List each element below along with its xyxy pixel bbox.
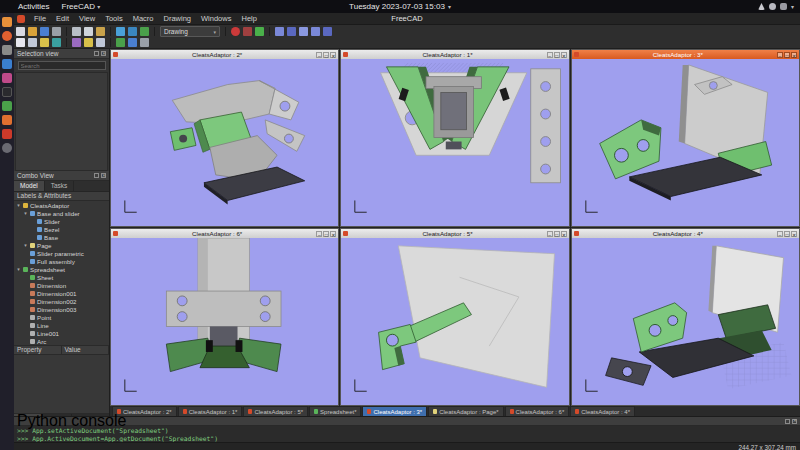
document-tab[interactable]: Spreadsheet*: [309, 406, 361, 416]
restore-icon[interactable]: [554, 231, 560, 237]
minimize-icon[interactable]: [547, 52, 553, 58]
tree-item[interactable]: Line: [14, 321, 109, 329]
save-icon[interactable]: [40, 27, 49, 36]
tree-item[interactable]: Base: [14, 233, 109, 241]
tree-item[interactable]: Sheet: [14, 273, 109, 281]
minimize-icon[interactable]: [316, 52, 322, 58]
expander-icon[interactable]: [23, 210, 28, 216]
drawing-ortho-views-icon[interactable]: [72, 38, 81, 47]
tree-item[interactable]: Dimension: [14, 281, 109, 289]
tree-item[interactable]: Slider: [14, 217, 109, 225]
restore-icon[interactable]: [784, 52, 790, 58]
menu-drawing[interactable]: Drawing: [159, 13, 197, 24]
dock-icon-firefox[interactable]: [2, 31, 12, 41]
3d-viewport[interactable]: [572, 238, 799, 405]
macro-record-icon[interactable]: [231, 27, 240, 36]
close-icon[interactable]: [791, 231, 797, 237]
expander-icon[interactable]: [23, 242, 28, 248]
float-panel-icon[interactable]: [785, 419, 790, 424]
close-panel-icon[interactable]: [101, 51, 106, 56]
tree-item[interactable]: Arc: [14, 337, 109, 345]
dock-icon-libreoffice[interactable]: [2, 59, 12, 69]
property-table[interactable]: [14, 355, 109, 414]
drawing-symbol-icon[interactable]: [84, 38, 93, 47]
restore-icon[interactable]: [323, 52, 329, 58]
document-tab[interactable]: CleatsAdaptor : 4*: [570, 406, 635, 416]
tree-item[interactable]: Full assembly: [14, 257, 109, 265]
3d-viewport[interactable]: [341, 59, 568, 226]
workbench-selector[interactable]: Drawing: [160, 26, 220, 37]
tree-item[interactable]: Spreadsheet: [14, 265, 109, 273]
project-info-icon[interactable]: [140, 38, 149, 47]
3d-viewport[interactable]: [111, 59, 338, 226]
open-file-icon[interactable]: [28, 27, 37, 36]
restore-icon[interactable]: [554, 52, 560, 58]
tree-item[interactable]: Line001: [14, 329, 109, 337]
activities-button[interactable]: Activities: [18, 2, 50, 11]
dock-icon-terminal[interactable]: [2, 87, 12, 97]
close-panel-icon[interactable]: [792, 419, 797, 424]
viewport-titlebar[interactable]: CleatsAdaptor : 3*: [572, 50, 799, 59]
expander-icon[interactable]: [16, 266, 21, 272]
dock-icon-software[interactable]: [2, 73, 12, 83]
selection-search-input[interactable]: [18, 61, 106, 70]
close-icon[interactable]: [561, 52, 567, 58]
fit-all-icon[interactable]: [275, 27, 284, 36]
paste-icon[interactable]: [96, 27, 105, 36]
document-tab-active[interactable]: CleatsAdaptor : 3*: [362, 406, 427, 416]
menu-tools[interactable]: Tools: [100, 13, 128, 24]
document-tab[interactable]: CleatsAdaptor : 1*: [178, 406, 243, 416]
spreadsheet-icon[interactable]: [116, 38, 125, 47]
tree-item[interactable]: Point: [14, 313, 109, 321]
selection-list[interactable]: [15, 72, 108, 171]
minimize-icon[interactable]: [316, 231, 322, 237]
dock-icon-freecad[interactable]: [2, 129, 12, 139]
dock-icon-blender[interactable]: [2, 115, 12, 125]
float-panel-icon[interactable]: [94, 173, 99, 178]
undo-icon[interactable]: [116, 27, 125, 36]
refresh-icon[interactable]: [140, 27, 149, 36]
drawing-draft-view-icon[interactable]: [96, 38, 105, 47]
print-icon[interactable]: [52, 27, 61, 36]
minimize-icon[interactable]: [777, 52, 783, 58]
close-icon[interactable]: [330, 231, 336, 237]
clock-button[interactable]: Tuesday 2023-07-03 15:03▾: [349, 2, 451, 11]
document-tab[interactable]: CleatsAdaptor : 5*: [243, 406, 308, 416]
drawing-new-page-icon[interactable]: [16, 38, 25, 47]
tree-item[interactable]: Dimension001: [14, 289, 109, 297]
close-icon[interactable]: [561, 231, 567, 237]
app-menu-button[interactable]: FreeCAD ▾: [62, 2, 101, 11]
macro-stop-icon[interactable]: [243, 27, 252, 36]
tree-item[interactable]: Slider parametric: [14, 249, 109, 257]
restore-icon[interactable]: [784, 231, 790, 237]
tree-item[interactable]: Bezel: [14, 225, 109, 233]
menu-macro[interactable]: Macro: [128, 13, 159, 24]
viewport-titlebar[interactable]: CleatsAdaptor : 2*: [111, 50, 338, 59]
tree-item[interactable]: Dimension002: [14, 297, 109, 305]
freecad-logo-icon[interactable]: [17, 15, 25, 23]
document-tab[interactable]: CleatsAdaptor : 6*: [505, 406, 570, 416]
redo-icon[interactable]: [128, 27, 137, 36]
dock-icon-gimp[interactable]: [2, 45, 12, 55]
3d-viewport[interactable]: [341, 238, 568, 405]
new-file-icon[interactable]: [16, 27, 25, 36]
export-page-icon[interactable]: [128, 38, 137, 47]
menu-file[interactable]: File: [29, 13, 51, 24]
isometric-view-icon[interactable]: [287, 27, 296, 36]
dock-icon-trash[interactable]: [2, 143, 12, 153]
menu-help[interactable]: Help: [236, 13, 261, 24]
close-panel-icon[interactable]: [101, 173, 106, 178]
menu-windows[interactable]: Windows: [196, 13, 236, 24]
tree-item[interactable]: Base and slider: [14, 209, 109, 217]
minimize-icon[interactable]: [547, 231, 553, 237]
tree-item[interactable]: Dimension003: [14, 305, 109, 313]
viewport-titlebar[interactable]: CleatsAdaptor : 6*: [111, 229, 338, 238]
drawing-view-icon[interactable]: [28, 38, 37, 47]
menu-edit[interactable]: Edit: [51, 13, 74, 24]
dock-icon-files[interactable]: [2, 17, 12, 27]
viewport-titlebar[interactable]: CleatsAdaptor : 4*: [572, 229, 799, 238]
dock-icon-inkscape[interactable]: [2, 101, 12, 111]
tab-tasks[interactable]: Tasks: [45, 181, 75, 191]
expander-icon[interactable]: [16, 202, 21, 208]
document-tab[interactable]: CleatsAdaptor : Page*: [428, 406, 503, 416]
